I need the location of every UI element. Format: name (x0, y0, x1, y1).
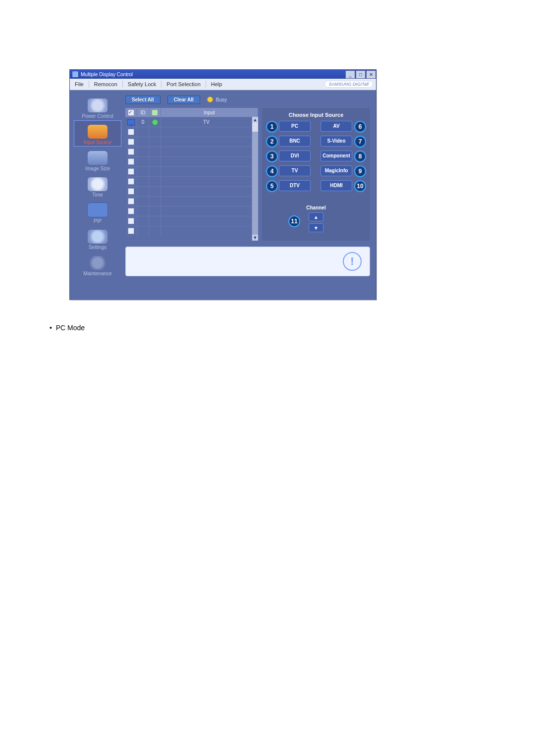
input-source-icon (88, 125, 107, 139)
scroll-down-button[interactable]: ▼ (252, 235, 258, 241)
caption-bullet: • PC Mode (50, 324, 85, 332)
sidebar-item-power-control[interactable]: Power Control (74, 94, 121, 120)
source-av[interactable]: AV (321, 121, 352, 132)
col-id[interactable]: ID (137, 108, 149, 117)
row-id (137, 157, 149, 167)
source-s-video[interactable]: S-Video (321, 136, 352, 147)
status-bar: ! (125, 247, 370, 276)
table-row[interactable] (125, 216, 252, 226)
row-check[interactable] (125, 167, 137, 177)
callout-7: 7 (354, 136, 366, 148)
row-status (149, 197, 161, 206)
table-row[interactable] (125, 137, 252, 147)
minimize-button[interactable]: _ (345, 70, 355, 79)
col-input[interactable]: Input (161, 108, 258, 117)
row-status (149, 117, 161, 127)
table-body: 0TV ▲ ▼ (125, 117, 258, 241)
row-id (137, 147, 149, 157)
table-row[interactable] (125, 186, 252, 196)
row-check[interactable] (125, 117, 137, 127)
busy-dot-icon (207, 97, 213, 102)
source-component[interactable]: Component (321, 151, 352, 161)
callout-6: 6 (354, 121, 366, 133)
col-status[interactable] (149, 108, 161, 117)
app-body: Power Control Input Source Image Size Ti… (70, 90, 376, 300)
table-row[interactable] (125, 206, 252, 216)
menubar: File Remocon Safety Lock Port Selection … (70, 79, 376, 90)
source-bnc[interactable]: BNC (279, 136, 311, 147)
callout-8: 8 (354, 151, 366, 162)
row-status (149, 147, 161, 157)
row-input (161, 187, 252, 197)
row-check[interactable] (125, 157, 137, 167)
row-id (137, 216, 149, 226)
brand-logo: SAMSUNG DIGITall (324, 81, 373, 88)
row-check[interactable] (125, 216, 137, 226)
row-status (149, 137, 161, 147)
clear-all-button[interactable]: Clear All (167, 96, 200, 104)
sidebar-item-image-size[interactable]: Image Size (74, 147, 121, 173)
table-row[interactable] (125, 166, 252, 176)
menu-remocon[interactable]: Remocon (89, 79, 122, 90)
row-check[interactable] (125, 137, 137, 147)
table-row[interactable]: 0TV (125, 117, 252, 127)
scroll-thumb[interactable] (252, 123, 258, 132)
row-check[interactable] (125, 187, 137, 197)
table-header: ID Input (125, 108, 258, 117)
source-dtv[interactable]: DTV (279, 180, 311, 191)
maximize-button[interactable]: □ (356, 70, 366, 79)
table-row[interactable] (125, 196, 252, 206)
panel-title: Choose Input Source (262, 108, 370, 121)
window-title: Multiple Display Control (81, 72, 345, 77)
channel-down-button[interactable]: ▼ (309, 223, 323, 232)
row-status (149, 127, 161, 137)
table-row[interactable] (125, 226, 252, 236)
alert-icon: ! (343, 252, 362, 271)
source-hdmi[interactable]: HDMI (321, 180, 352, 191)
source-pc[interactable]: PC (279, 121, 311, 132)
table-row[interactable] (125, 156, 252, 166)
source-tv[interactable]: TV (279, 165, 311, 176)
sidebar-item-time[interactable]: Time (74, 173, 121, 199)
row-input (161, 127, 252, 137)
row-check[interactable] (125, 147, 137, 157)
sidebar-item-label: Image Size (85, 166, 110, 171)
col-check[interactable] (125, 108, 137, 117)
sidebar-item-label: PIP (94, 218, 102, 224)
source-magicinfo[interactable]: MagicInfo (321, 165, 352, 176)
callout-9: 9 (354, 165, 366, 177)
time-icon (88, 177, 107, 191)
table-row[interactable] (125, 147, 252, 156)
sidebar-item-pip[interactable]: PIP (74, 199, 121, 225)
menu-safety-lock[interactable]: Safety Lock (123, 79, 161, 90)
menu-port-selection[interactable]: Port Selection (161, 79, 205, 90)
close-button[interactable]: ✕ (366, 70, 376, 79)
source-dvi[interactable]: DVI (279, 151, 311, 161)
row-check[interactable] (125, 226, 137, 236)
sidebar-item-settings[interactable]: Settings (74, 225, 121, 252)
row-check[interactable] (125, 197, 137, 206)
row-check[interactable] (125, 127, 137, 137)
sidebar-item-label: Settings (89, 245, 107, 250)
vertical-scrollbar[interactable]: ▲ ▼ (252, 117, 258, 241)
table-row[interactable] (125, 127, 252, 137)
row-status (149, 226, 161, 236)
select-all-button[interactable]: Select All (125, 96, 160, 104)
image-size-icon (88, 151, 107, 165)
input-source-panel: Choose Input Source 1PC2BNC3DVI4TV5DTVAV… (262, 108, 370, 241)
channel-label: Channel (262, 205, 370, 210)
table-row[interactable] (125, 176, 252, 186)
row-check[interactable] (125, 206, 137, 216)
channel-up-button[interactable]: ▲ (309, 212, 323, 221)
callout-3: 3 (266, 151, 278, 162)
row-input (161, 226, 252, 236)
menu-file[interactable]: File (70, 79, 89, 90)
sidebar-item-maintenance[interactable]: Maintenance (74, 252, 121, 278)
row-input (161, 147, 252, 157)
sidebar-item-input-source[interactable]: Input Source (74, 120, 121, 147)
row-check[interactable] (125, 177, 137, 187)
scroll-up-button[interactable]: ▲ (252, 117, 258, 123)
row-status (149, 167, 161, 177)
maintenance-icon (88, 256, 107, 270)
menu-help[interactable]: Help (206, 79, 227, 90)
